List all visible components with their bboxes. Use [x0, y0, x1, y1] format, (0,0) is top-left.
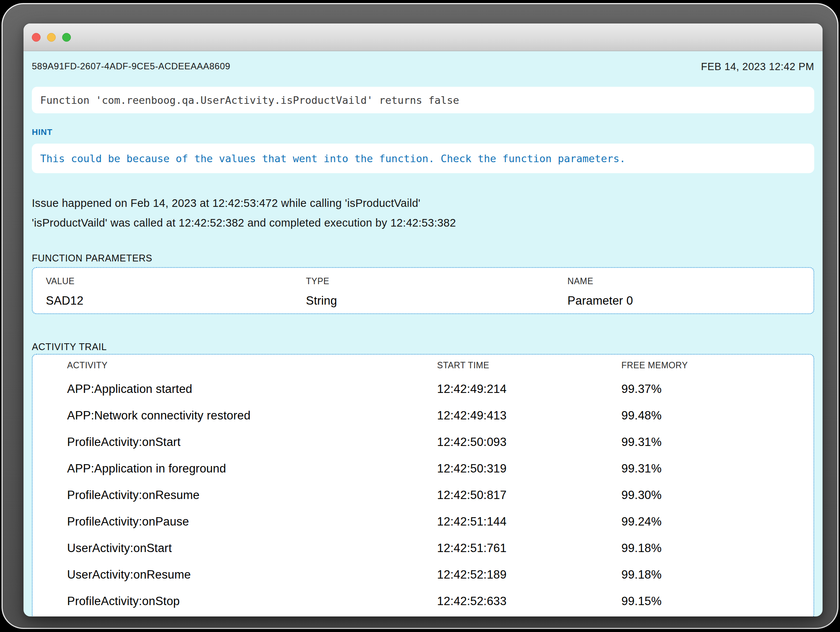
function-parameters-label: FUNCTION PARAMETERS: [32, 253, 814, 264]
column-header: VALUE: [33, 276, 306, 287]
table-cell: 12:42:50:319: [437, 462, 621, 476]
table-row: APP:Application started12:42:49:21499.37…: [33, 376, 813, 402]
table-cell: 12:42:51:761: [437, 541, 621, 555]
table-cell: String: [306, 294, 567, 308]
table-cell: 99.18%: [621, 541, 813, 555]
table-cell: APP:Network connectivity restored: [33, 409, 437, 422]
column-header: ACTIVITY: [33, 360, 437, 370]
table-cell: APP:Application started: [33, 382, 437, 396]
column-header: START TIME: [437, 360, 621, 370]
table-cell: 12:42:49:413: [437, 409, 621, 422]
function-parameters-table: VALUETYPENAME SAD12StringParameter 0: [32, 267, 814, 314]
table-row: ProfileActivity:onStop12:42:52:63399.15%: [33, 588, 813, 615]
table-cell: 99.37%: [621, 382, 813, 396]
error-message-box: Function 'com.reenboog.qa.UserActivity.i…: [32, 87, 814, 113]
hint-message-text: This could be because of the values that…: [40, 153, 625, 164]
issue-report-content: 589A91FD-2607-4ADF-9CE5-ACDEEAAA8609 FEB…: [24, 51, 823, 607]
table-cell: 99.24%: [621, 515, 813, 528]
issue-timestamp: FEB 14, 2023 12:42 PM: [701, 61, 814, 73]
hint-message-box: This could be because of the values that…: [32, 143, 814, 173]
table-cell: 99.31%: [621, 462, 813, 476]
table-row: SAD12StringParameter 0: [33, 293, 813, 309]
minimize-window-button[interactable]: [47, 33, 56, 42]
table-cell: ProfileActivity:onResume: [33, 489, 437, 502]
table-cell: UserActivity:onStart: [33, 541, 437, 555]
table-header-row: VALUETYPENAME: [33, 276, 813, 287]
column-header: NAME: [567, 276, 813, 287]
activity-trail-table: ACTIVITYSTART TIMEFREE MEMORY APP:Applic…: [32, 354, 814, 616]
column-header: FREE MEMORY: [621, 360, 813, 370]
activity-trail-label: ACTIVITY TRAIL: [32, 341, 814, 353]
table-cell: 99.30%: [621, 489, 813, 502]
table-cell: 99.15%: [621, 594, 813, 608]
table-cell: 12:42:52:633: [437, 594, 621, 608]
issue-uuid: 589A91FD-2607-4ADF-9CE5-ACDEEAAA8609: [32, 61, 231, 72]
table-cell: SAD12: [33, 294, 306, 308]
table-row: ProfileActivity:onStart12:42:50:09399.31…: [33, 429, 813, 455]
issue-detail-line: 'isProductVaild' was called at 12:42:52:…: [32, 214, 814, 231]
table-header-row: ACTIVITYSTART TIMEFREE MEMORY: [33, 355, 813, 376]
table-cell: APP:Application in foreground: [33, 462, 437, 476]
close-window-button[interactable]: [32, 33, 41, 42]
report-header: 589A91FD-2607-4ADF-9CE5-ACDEEAAA8609 FEB…: [32, 61, 814, 72]
table-row: UserActivity:onResume12:42:52:18999.18%: [33, 561, 813, 588]
table-cell: ProfileActivity:onStart: [33, 435, 437, 449]
table-cell: 99.18%: [621, 568, 813, 582]
table-cell: 12:42:51:144: [437, 515, 621, 528]
table-cell: Parameter 0: [567, 294, 813, 308]
table-row: APP:Network connectivity restored12:42:4…: [33, 402, 813, 429]
table-row: UserActivity:onStart12:42:51:76199.18%: [33, 535, 813, 561]
table-row: ProfileActivity:onResume12:42:50:81799.3…: [33, 482, 813, 509]
table-cell: ProfileActivity:onPause: [33, 515, 437, 528]
table-cell: 99.31%: [621, 435, 813, 449]
app-window: 589A91FD-2607-4ADF-9CE5-ACDEEAAA8609 FEB…: [24, 24, 823, 616]
table-row: ProfileActivity:onPause12:42:51:14499.24…: [33, 509, 813, 535]
issue-detail-line: Issue happened on Feb 14, 2023 at 12:42:…: [32, 195, 814, 211]
column-header: TYPE: [306, 276, 567, 287]
table-cell: 99.48%: [621, 409, 813, 422]
desktop-background: 589A91FD-2607-4ADF-9CE5-ACDEEAAA8609 FEB…: [2, 3, 838, 629]
table-cell: UserActivity:onResume: [33, 568, 437, 582]
table-cell: ProfileActivity:onStop: [33, 594, 437, 608]
table-cell: 12:42:49:214: [437, 382, 621, 396]
table-cell: 12:42:52:189: [437, 568, 621, 582]
table-cell: 12:42:50:817: [437, 489, 621, 502]
window-titlebar[interactable]: [24, 24, 823, 51]
zoom-window-button[interactable]: [62, 33, 71, 42]
table-cell: 12:42:50:093: [437, 435, 621, 449]
table-row: APP:Application in foreground12:42:50:31…: [33, 455, 813, 482]
error-message-text: Function 'com.reenboog.qa.UserActivity.i…: [40, 95, 459, 106]
hint-label: HINT: [32, 127, 814, 137]
